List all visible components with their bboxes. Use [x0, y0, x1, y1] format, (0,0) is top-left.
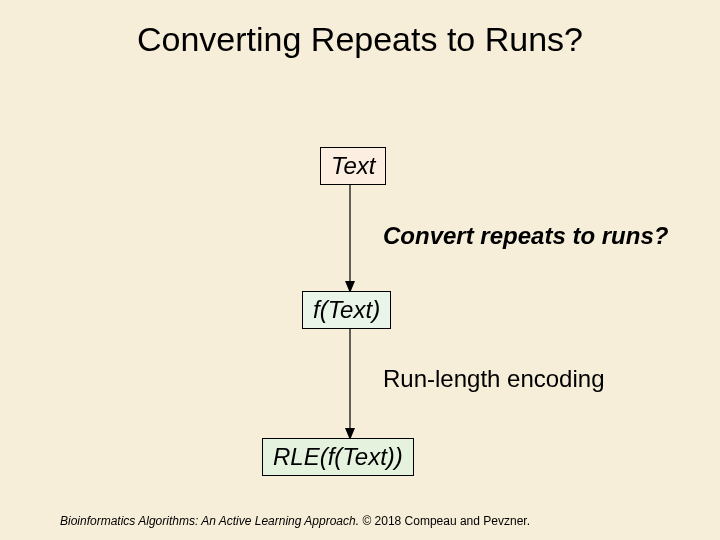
slide-title: Converting Repeats to Runs? — [0, 20, 720, 59]
footer-copyright: © 2018 Compeau and Pevzner. — [362, 514, 530, 528]
arrow-text-to-ftext — [340, 185, 360, 293]
label-convert-repeats: Convert repeats to runs? — [383, 222, 668, 250]
box-text: Text — [320, 147, 386, 185]
box-rle: RLE(f(Text)) — [262, 438, 414, 476]
arrow-ftext-to-rle — [340, 328, 360, 440]
box-ftext: f(Text) — [302, 291, 391, 329]
footer-book-title: Bioinformatics Algorithms: An Active Lea… — [60, 514, 359, 528]
footer-citation: Bioinformatics Algorithms: An Active Lea… — [60, 514, 530, 528]
label-rle-encoding: Run-length encoding — [383, 365, 605, 393]
